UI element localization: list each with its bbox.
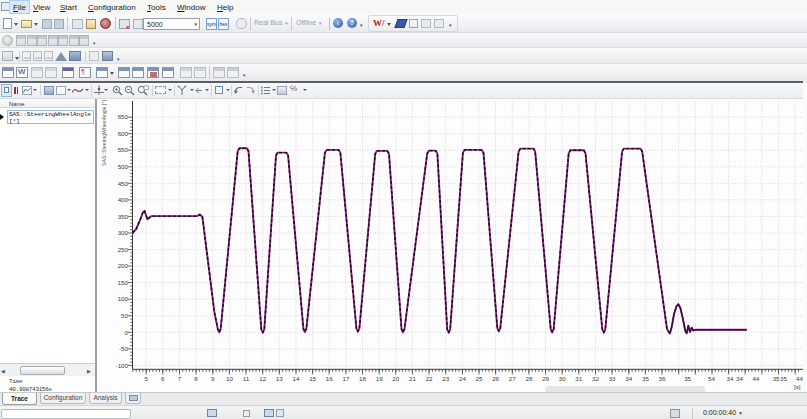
svg-text:8: 8: [194, 375, 198, 382]
svg-text:650: 650: [118, 113, 129, 120]
svg-text:550: 550: [118, 146, 129, 153]
svg-text:18: 18: [359, 375, 366, 382]
svg-text:32: 32: [592, 375, 599, 382]
svg-text:200: 200: [118, 262, 129, 269]
svg-text:35: 35: [684, 375, 691, 382]
svg-text:9: 9: [211, 375, 215, 382]
svg-text:54: 54: [708, 375, 715, 382]
svg-text:600: 600: [118, 130, 129, 137]
svg-text:16: 16: [326, 375, 333, 382]
svg-text:19: 19: [376, 375, 383, 382]
svg-text:100: 100: [118, 295, 129, 302]
svg-text:350: 350: [118, 213, 129, 220]
svg-text:6: 6: [161, 375, 165, 382]
svg-text:5: 5: [144, 375, 148, 382]
svg-text:24: 24: [459, 375, 466, 382]
svg-text:21: 21: [409, 375, 416, 382]
svg-text:0: 0: [125, 329, 129, 336]
svg-text:35: 35: [642, 375, 649, 382]
svg-text:35: 35: [780, 375, 787, 382]
svg-text:[s]: [s]: [794, 383, 801, 390]
svg-text:22: 22: [426, 375, 433, 382]
svg-text:500: 500: [118, 163, 129, 170]
svg-text:25: 25: [476, 375, 483, 382]
svg-text:34: 34: [625, 375, 632, 382]
svg-text:15: 15: [309, 375, 316, 382]
svg-text:7: 7: [178, 375, 182, 382]
svg-text:450: 450: [118, 180, 129, 187]
svg-text:23: 23: [442, 375, 449, 382]
svg-text:13: 13: [276, 375, 283, 382]
svg-text:12: 12: [259, 375, 266, 382]
svg-text:17: 17: [342, 375, 349, 382]
svg-text:400: 400: [118, 196, 129, 203]
svg-text:SAS::SteeringWheelAngle [°]: SAS::SteeringWheelAngle [°]: [101, 100, 107, 166]
svg-text:-50: -50: [119, 345, 129, 352]
svg-text:250: 250: [118, 246, 129, 253]
svg-text:29: 29: [542, 375, 549, 382]
svg-text:20: 20: [392, 375, 399, 382]
svg-text:14: 14: [293, 375, 300, 382]
svg-text:27: 27: [509, 375, 516, 382]
svg-text:34: 34: [736, 375, 743, 382]
svg-text:34: 34: [727, 375, 734, 382]
svg-text:150: 150: [118, 279, 129, 286]
svg-text:11: 11: [243, 375, 250, 382]
svg-text:33: 33: [609, 375, 616, 382]
svg-text:28: 28: [525, 375, 532, 382]
svg-text:-100: -100: [116, 362, 129, 369]
svg-text:10: 10: [226, 375, 233, 382]
svg-text:30: 30: [559, 375, 566, 382]
svg-text:36: 36: [659, 375, 666, 382]
svg-text:44: 44: [752, 375, 759, 382]
svg-text:50: 50: [121, 312, 128, 319]
svg-text:31: 31: [575, 375, 582, 382]
svg-text:26: 26: [492, 375, 499, 382]
svg-text:300: 300: [118, 229, 129, 236]
